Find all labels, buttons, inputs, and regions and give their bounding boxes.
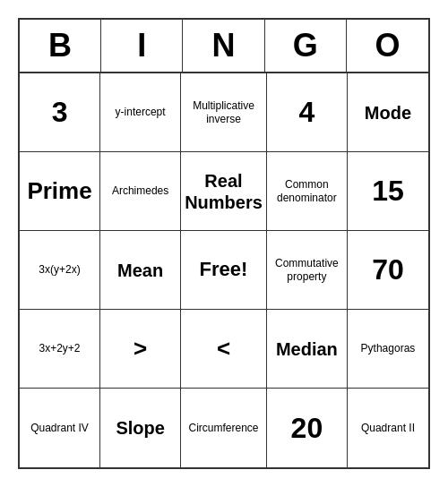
bingo-cell-23[interactable]: 20 bbox=[267, 389, 348, 467]
bingo-cell-7[interactable]: Real Numbers bbox=[181, 152, 267, 231]
header-letter-N: N bbox=[183, 20, 264, 72]
bingo-grid: 3y-interceptMultiplicative inverse4ModeP… bbox=[20, 73, 428, 467]
bingo-cell-14[interactable]: 70 bbox=[348, 231, 428, 310]
bingo-cell-6[interactable]: Archimedes bbox=[100, 152, 181, 231]
bingo-cell-1[interactable]: y-intercept bbox=[100, 73, 181, 152]
bingo-cell-16[interactable]: > bbox=[100, 310, 181, 389]
bingo-cell-24[interactable]: Quadrant II bbox=[348, 389, 428, 467]
header-letter-B: B bbox=[20, 20, 101, 72]
bingo-cell-17[interactable]: < bbox=[181, 310, 267, 389]
bingo-card: BINGO 3y-interceptMultiplicative inverse… bbox=[18, 18, 430, 469]
bingo-cell-3[interactable]: 4 bbox=[267, 73, 348, 152]
header-letter-O: O bbox=[347, 20, 428, 72]
header-letter-G: G bbox=[265, 20, 347, 72]
bingo-cell-8[interactable]: Common denominator bbox=[267, 152, 348, 231]
bingo-cell-22[interactable]: Circumference bbox=[181, 389, 267, 467]
bingo-cell-13[interactable]: Commutative property bbox=[267, 231, 348, 310]
bingo-cell-20[interactable]: Quadrant IV bbox=[20, 389, 100, 467]
bingo-header: BINGO bbox=[20, 20, 428, 73]
bingo-cell-15[interactable]: 3x+2y+2 bbox=[20, 310, 100, 389]
bingo-cell-2[interactable]: Multiplicative inverse bbox=[181, 73, 267, 152]
bingo-cell-11[interactable]: Mean bbox=[100, 231, 181, 310]
header-letter-I: I bbox=[101, 20, 183, 72]
bingo-cell-5[interactable]: Prime bbox=[20, 152, 100, 231]
bingo-cell-10[interactable]: 3x(y+2x) bbox=[20, 231, 100, 310]
bingo-cell-21[interactable]: Slope bbox=[100, 389, 181, 467]
bingo-cell-0[interactable]: 3 bbox=[20, 73, 100, 152]
bingo-cell-9[interactable]: 15 bbox=[348, 152, 428, 231]
bingo-cell-18[interactable]: Median bbox=[267, 310, 348, 389]
bingo-cell-12[interactable]: Free! bbox=[181, 231, 267, 310]
bingo-cell-19[interactable]: Pythagoras bbox=[348, 310, 428, 389]
bingo-cell-4[interactable]: Mode bbox=[348, 73, 428, 152]
